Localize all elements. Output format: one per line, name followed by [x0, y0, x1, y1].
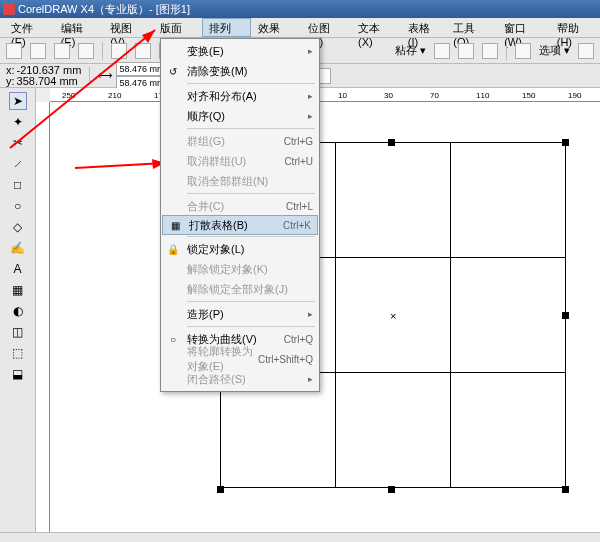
app-title: CorelDRAW X4（专业版）- [图形1]: [18, 3, 190, 15]
menu-bitmap[interactable]: 位图(B): [301, 18, 351, 37]
menu-help[interactable]: 帮助(H): [550, 18, 600, 37]
selection-handle[interactable]: [388, 139, 395, 146]
menu-label: 锁定对象(L): [187, 242, 244, 257]
ellipse-tool[interactable]: ◇: [9, 218, 27, 236]
menu-icon: ▦: [168, 218, 182, 232]
menu-label: 打散表格(B): [189, 218, 248, 233]
menu-icon: 🔒: [166, 242, 180, 256]
menu-item: 将轮廓转换为对象(E)Ctrl+Shift+Q: [161, 349, 319, 369]
eyedropper-tool[interactable]: ◫: [9, 323, 27, 341]
menu-item: 群组(G)Ctrl+G: [161, 131, 319, 151]
x-label: x:: [6, 65, 15, 76]
menu-shortcut: Ctrl+L: [286, 201, 313, 212]
rectangle-tool[interactable]: ○: [9, 197, 27, 215]
menu-icon: ○: [166, 332, 180, 346]
menu-label: 合并(C): [187, 199, 224, 214]
print-icon[interactable]: [78, 43, 94, 59]
x-val: -210.637 mm: [17, 65, 82, 76]
toolbar-icon-d[interactable]: [515, 43, 531, 59]
toolbox: ➤ ✦ ✂ ⟋ □ ○ ◇ ✍ A ▦ ◐ ◫ ⬚ ⬓: [0, 88, 36, 532]
menu-item: 解除锁定对象(K): [161, 259, 319, 279]
menu-label: 群组(G): [187, 134, 225, 149]
size-icon: ⟷: [98, 70, 112, 81]
menu-item: 取消群组(U)Ctrl+U: [161, 151, 319, 171]
table-tool[interactable]: ▦: [9, 281, 27, 299]
menu-item[interactable]: 顺序(Q): [161, 106, 319, 126]
menu-label: 顺序(Q): [187, 109, 225, 124]
menu-item[interactable]: ↺清除变换(M): [161, 61, 319, 81]
menu-item[interactable]: 🔒锁定对象(L): [161, 239, 319, 259]
toolbar-icon-c[interactable]: [482, 43, 498, 59]
titlebar: CorelDRAW X4（专业版）- [图形1]: [0, 0, 600, 18]
menu-tools[interactable]: 工具(Q): [446, 18, 497, 37]
menu-shortcut: Ctrl+K: [283, 220, 311, 231]
menu-shortcut: Ctrl+Shift+Q: [258, 354, 313, 365]
selection-handle[interactable]: [562, 312, 569, 319]
menu-item[interactable]: 造形(P): [161, 304, 319, 324]
menu-table[interactable]: 表格(I): [401, 18, 447, 37]
menu-label: 对齐和分布(A): [187, 89, 257, 104]
menu-label: 变换(E): [187, 44, 224, 59]
toolbar-icon-e[interactable]: [578, 43, 594, 59]
selection-handle[interactable]: [388, 486, 395, 493]
shape-tool[interactable]: ✦: [9, 113, 27, 131]
menu-item[interactable]: 变换(E): [161, 41, 319, 61]
menu-item: 合并(C)Ctrl+L: [161, 196, 319, 216]
menu-view[interactable]: 视图(V): [103, 18, 153, 37]
arrange-menu: 变换(E)↺清除变换(M)对齐和分布(A)顺序(Q)群组(G)Ctrl+G取消群…: [160, 38, 320, 392]
new-icon[interactable]: [6, 43, 22, 59]
zoom-tool[interactable]: ⟋: [9, 155, 27, 173]
polygon-tool[interactable]: ✍: [9, 239, 27, 257]
menu-edit[interactable]: 编辑(E): [54, 18, 104, 37]
statusbar: [0, 532, 600, 542]
menu-label: 闭合路径(S): [187, 372, 246, 387]
cut-icon[interactable]: [111, 43, 127, 59]
pick-tool[interactable]: ➤: [9, 92, 27, 110]
menu-layout[interactable]: 版面(L): [153, 18, 201, 37]
options-dropdown[interactable]: 选项 ▾: [539, 43, 570, 58]
menu-shortcut: Ctrl+U: [284, 156, 313, 167]
menu-item: 闭合路径(S): [161, 369, 319, 389]
object-center: ×: [390, 310, 396, 322]
toolbar-icon-a[interactable]: [434, 43, 450, 59]
menu-item: 解除锁定全部对象(J): [161, 279, 319, 299]
menubar: 文件(E) 编辑(E) 视图(V) 版面(L) 排列(A) 效果(C) 位图(B…: [0, 18, 600, 38]
paste-dropdown[interactable]: 粘存 ▾: [395, 43, 426, 58]
selection-handle[interactable]: [217, 486, 224, 493]
selection-handle[interactable]: [562, 486, 569, 493]
menu-label: 取消全部群组(N): [187, 174, 268, 189]
save-icon[interactable]: [54, 43, 70, 59]
text-tool[interactable]: A: [9, 260, 27, 278]
crop-tool[interactable]: ✂: [9, 134, 27, 152]
outline-tool[interactable]: ⬚: [9, 344, 27, 362]
menu-label: 取消群组(U): [187, 154, 246, 169]
menu-icon: ↺: [166, 64, 180, 78]
fill-tool[interactable]: ⬓: [9, 365, 27, 383]
open-icon[interactable]: [30, 43, 46, 59]
menu-effects[interactable]: 效果(C): [251, 18, 301, 37]
interactive-tool[interactable]: ◐: [9, 302, 27, 320]
y-val: 358.704 mm: [17, 76, 78, 87]
menu-window[interactable]: 窗口(W): [497, 18, 550, 37]
menu-label: 造形(P): [187, 307, 224, 322]
menu-file[interactable]: 文件(E): [4, 18, 54, 37]
menu-shortcut: Ctrl+Q: [284, 334, 313, 345]
y-label: y:: [6, 76, 15, 87]
canvas[interactable]: ×: [50, 102, 600, 532]
menu-item: 取消全部群组(N): [161, 171, 319, 191]
selection-handle[interactable]: [562, 139, 569, 146]
menu-item[interactable]: ▦打散表格(B)Ctrl+K: [162, 215, 318, 235]
menu-shortcut: Ctrl+G: [284, 136, 313, 147]
menu-arrange[interactable]: 排列(A): [202, 18, 252, 37]
menu-text[interactable]: 文本(X): [351, 18, 401, 37]
menu-label: 清除变换(M): [187, 64, 248, 79]
horizontal-ruler: 250 210 170 130 90 50 10 30 70 110 150 1…: [50, 88, 600, 102]
vertical-ruler: [36, 102, 50, 532]
menu-label: 解除锁定全部对象(J): [187, 282, 288, 297]
freehand-tool[interactable]: □: [9, 176, 27, 194]
menu-label: 解除锁定对象(K): [187, 262, 268, 277]
copy-icon[interactable]: [135, 43, 151, 59]
menu-item[interactable]: 对齐和分布(A): [161, 86, 319, 106]
toolbar-icon-b[interactable]: [458, 43, 474, 59]
